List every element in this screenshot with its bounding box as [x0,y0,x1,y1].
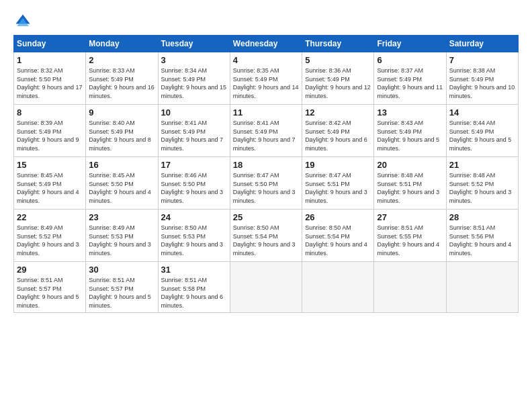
calendar-table: SundayMondayTuesdayWednesdayThursdayFrid… [13,35,519,313]
day-number: 7 [449,55,515,65]
day-info: Sunrise: 8:33 AM Sunset: 5:49 PM Dayligh… [89,67,154,99]
day-number: 22 [17,212,83,222]
calendar-cell [230,262,302,313]
day-number: 23 [89,212,154,222]
day-number: 19 [305,160,371,170]
calendar-cell: 12 Sunrise: 8:42 AM Sunset: 5:49 PM Dayl… [302,105,374,157]
calendar-cell: 27 Sunrise: 8:51 AM Sunset: 5:55 PM Dayl… [374,210,446,262]
day-number: 24 [161,212,227,222]
day-info: Sunrise: 8:46 AM Sunset: 5:50 PM Dayligh… [161,172,224,204]
day-number: 8 [17,107,83,118]
header [13,12,519,31]
day-info: Sunrise: 8:37 AM Sunset: 5:49 PM Dayligh… [377,67,443,99]
day-info: Sunrise: 8:48 AM Sunset: 5:51 PM Dayligh… [377,172,439,204]
day-number: 5 [305,55,371,65]
calendar-cell: 19 Sunrise: 8:47 AM Sunset: 5:51 PM Dayl… [302,157,374,210]
day-info: Sunrise: 8:43 AM Sunset: 5:49 PM Dayligh… [377,120,439,152]
day-info: Sunrise: 8:51 AM Sunset: 5:56 PM Dayligh… [449,224,512,257]
calendar-cell: 2 Sunrise: 8:33 AM Sunset: 5:49 PM Dayli… [86,52,158,105]
day-info: Sunrise: 8:41 AM Sunset: 5:49 PM Dayligh… [233,120,296,152]
day-number: 21 [449,160,515,170]
calendar-cell: 29 Sunrise: 8:51 AM Sunset: 5:57 PM Dayl… [14,262,86,313]
calendar-cell: 31 Sunrise: 8:51 AM Sunset: 5:58 PM Dayl… [158,262,230,313]
day-info: Sunrise: 8:39 AM Sunset: 5:49 PM Dayligh… [17,120,79,152]
day-info: Sunrise: 8:49 AM Sunset: 5:53 PM Dayligh… [89,224,151,257]
calendar-header-friday: Friday [374,36,446,52]
day-number: 29 [17,265,83,275]
calendar-cell: 30 Sunrise: 8:51 AM Sunset: 5:57 PM Dayl… [86,262,158,313]
day-number: 15 [17,160,83,170]
calendar-cell: 22 Sunrise: 8:49 AM Sunset: 5:52 PM Dayl… [14,210,86,262]
day-number: 20 [377,160,443,170]
calendar-cell: 20 Sunrise: 8:48 AM Sunset: 5:51 PM Dayl… [374,157,446,210]
day-number: 31 [161,265,227,275]
calendar-cell: 4 Sunrise: 8:35 AM Sunset: 5:49 PM Dayli… [230,52,302,105]
calendar-cell: 3 Sunrise: 8:34 AM Sunset: 5:49 PM Dayli… [158,52,230,105]
day-number: 3 [161,55,227,65]
calendar-cell: 28 Sunrise: 8:51 AM Sunset: 5:56 PM Dayl… [446,210,518,262]
day-info: Sunrise: 8:50 AM Sunset: 5:54 PM Dayligh… [233,224,296,257]
day-number: 27 [377,212,443,222]
day-number: 1 [17,55,83,65]
day-number: 17 [161,160,227,170]
day-info: Sunrise: 8:35 AM Sunset: 5:49 PM Dayligh… [233,67,299,99]
calendar-cell: 9 Sunrise: 8:40 AM Sunset: 5:49 PM Dayli… [86,105,158,157]
logo-icon [13,12,32,31]
day-number: 11 [233,107,299,118]
logo [13,12,35,31]
calendar-cell: 26 Sunrise: 8:50 AM Sunset: 5:54 PM Dayl… [302,210,374,262]
day-number: 26 [305,212,371,222]
day-info: Sunrise: 8:50 AM Sunset: 5:53 PM Dayligh… [161,224,224,257]
calendar-cell: 14 Sunrise: 8:44 AM Sunset: 5:49 PM Dayl… [446,105,518,157]
calendar-header-saturday: Saturday [446,36,518,52]
day-number: 9 [89,107,154,118]
calendar-cell [374,262,446,313]
calendar-header-row: SundayMondayTuesdayWednesdayThursdayFrid… [14,36,519,52]
calendar-header-tuesday: Tuesday [158,36,230,52]
day-number: 13 [377,107,443,118]
day-number: 28 [449,212,515,222]
day-info: Sunrise: 8:48 AM Sunset: 5:52 PM Dayligh… [449,172,512,204]
day-number: 12 [305,107,371,118]
day-number: 30 [89,265,154,275]
calendar-cell: 7 Sunrise: 8:38 AM Sunset: 5:49 PM Dayli… [446,52,518,105]
page-container: SundayMondayTuesdayWednesdayThursdayFrid… [0,0,532,320]
calendar-cell: 13 Sunrise: 8:43 AM Sunset: 5:49 PM Dayl… [374,105,446,157]
calendar-cell: 8 Sunrise: 8:39 AM Sunset: 5:49 PM Dayli… [14,105,86,157]
calendar-cell [446,262,518,313]
day-number: 4 [233,55,299,65]
calendar-cell: 25 Sunrise: 8:50 AM Sunset: 5:54 PM Dayl… [230,210,302,262]
day-info: Sunrise: 8:45 AM Sunset: 5:50 PM Dayligh… [89,172,151,204]
day-info: Sunrise: 8:38 AM Sunset: 5:49 PM Dayligh… [449,67,515,99]
day-info: Sunrise: 8:49 AM Sunset: 5:52 PM Dayligh… [17,224,79,257]
calendar-cell: 16 Sunrise: 8:45 AM Sunset: 5:50 PM Dayl… [86,157,158,210]
calendar-header-monday: Monday [86,36,158,52]
day-info: Sunrise: 8:32 AM Sunset: 5:50 PM Dayligh… [17,67,83,99]
calendar-cell: 23 Sunrise: 8:49 AM Sunset: 5:53 PM Dayl… [86,210,158,262]
day-info: Sunrise: 8:44 AM Sunset: 5:49 PM Dayligh… [449,120,512,152]
day-info: Sunrise: 8:51 AM Sunset: 5:58 PM Dayligh… [161,277,224,309]
day-info: Sunrise: 8:51 AM Sunset: 5:57 PM Dayligh… [89,277,151,309]
day-number: 18 [233,160,299,170]
day-info: Sunrise: 8:45 AM Sunset: 5:49 PM Dayligh… [17,172,79,204]
day-info: Sunrise: 8:40 AM Sunset: 5:49 PM Dayligh… [89,120,151,152]
calendar-cell: 15 Sunrise: 8:45 AM Sunset: 5:49 PM Dayl… [14,157,86,210]
calendar-header-wednesday: Wednesday [230,36,302,52]
day-number: 2 [89,55,154,65]
calendar-cell: 24 Sunrise: 8:50 AM Sunset: 5:53 PM Dayl… [158,210,230,262]
calendar-cell: 6 Sunrise: 8:37 AM Sunset: 5:49 PM Dayli… [374,52,446,105]
calendar-cell: 11 Sunrise: 8:41 AM Sunset: 5:49 PM Dayl… [230,105,302,157]
calendar-cell: 10 Sunrise: 8:41 AM Sunset: 5:49 PM Dayl… [158,105,230,157]
calendar-cell [302,262,374,313]
calendar-header-thursday: Thursday [302,36,374,52]
day-number: 14 [449,107,515,118]
day-info: Sunrise: 8:42 AM Sunset: 5:49 PM Dayligh… [305,120,367,152]
calendar-cell: 17 Sunrise: 8:46 AM Sunset: 5:50 PM Dayl… [158,157,230,210]
day-info: Sunrise: 8:41 AM Sunset: 5:49 PM Dayligh… [161,120,224,152]
day-number: 10 [161,107,227,118]
day-number: 6 [377,55,443,65]
day-number: 16 [89,160,154,170]
calendar-cell: 18 Sunrise: 8:47 AM Sunset: 5:50 PM Dayl… [230,157,302,210]
day-number: 25 [233,212,299,222]
day-info: Sunrise: 8:34 AM Sunset: 5:49 PM Dayligh… [161,67,227,99]
